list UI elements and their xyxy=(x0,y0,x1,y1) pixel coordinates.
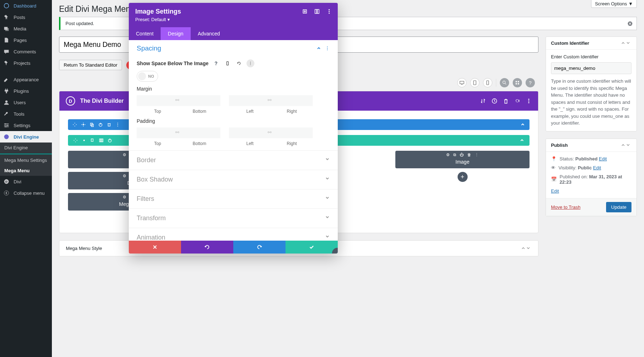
padding-top-input[interactable] xyxy=(137,127,179,138)
gear-icon[interactable] xyxy=(514,98,520,104)
margin-left-input[interactable] xyxy=(229,95,271,106)
tab-design[interactable]: Design xyxy=(161,27,191,40)
edit-status-link[interactable]: Edit xyxy=(599,156,607,161)
trash-icon[interactable] xyxy=(503,98,509,104)
gear-icon[interactable]: ⚙ xyxy=(123,174,126,178)
add-module-button[interactable]: + xyxy=(458,172,468,182)
menu-media[interactable]: Media xyxy=(0,23,52,34)
dismiss-notice-icon[interactable] xyxy=(626,20,634,27)
power-icon[interactable] xyxy=(98,122,103,127)
edit-date-link[interactable]: Edit xyxy=(551,188,559,194)
move-icon[interactable] xyxy=(72,122,77,127)
menu-divi[interactable]: DDivi xyxy=(0,176,52,187)
padding-bottom-input[interactable] xyxy=(179,127,220,138)
chevron-up-icon[interactable] xyxy=(316,46,321,51)
preset-dropdown[interactable]: Preset: Default ▾ xyxy=(135,17,331,22)
submenu-mega-settings[interactable]: Mega Menu Settings xyxy=(0,155,52,165)
menu-plugins[interactable]: Plugins xyxy=(0,85,52,97)
tab-content[interactable]: Content xyxy=(129,27,161,40)
menu-appearance[interactable]: Appearance xyxy=(0,74,52,85)
more-icon[interactable] xyxy=(526,98,532,104)
status-label: Status: xyxy=(560,156,575,161)
more-icon[interactable] xyxy=(247,59,254,67)
identifier-input[interactable] xyxy=(551,62,631,74)
filters-section[interactable]: Filters xyxy=(129,189,338,208)
submenu-mega-menu[interactable]: Mega Menu xyxy=(0,165,52,176)
clock-icon[interactable] xyxy=(492,98,497,104)
submenu-divi-engine[interactable]: Divi Engine xyxy=(0,143,52,153)
update-button[interactable]: Update xyxy=(606,202,631,212)
gear-icon[interactable] xyxy=(82,138,87,143)
menu-posts[interactable]: Posts xyxy=(0,11,52,23)
margin-bottom-input[interactable] xyxy=(179,95,220,106)
show-space-toggle[interactable]: NO xyxy=(137,71,158,82)
save-button[interactable] xyxy=(286,241,338,254)
return-editor-button[interactable]: Return To Standard Editor xyxy=(59,60,122,70)
gear-icon[interactable] xyxy=(81,122,86,127)
spacing-section-title[interactable]: Spacing xyxy=(137,44,161,52)
power-icon[interactable]: ⏻ xyxy=(460,153,464,157)
module-image[interactable]: ⚙⧉⏻🗑⋮ Image xyxy=(395,151,530,168)
menu-pages[interactable]: Pages xyxy=(0,34,52,46)
panel-toggle-icon[interactable] xyxy=(621,143,631,148)
copy-icon[interactable]: ⧉ xyxy=(453,153,456,157)
more-icon[interactable] xyxy=(326,9,332,14)
move-to-trash-link[interactable]: Move to Trash xyxy=(551,204,580,210)
panel-toggle-icon[interactable] xyxy=(621,40,631,46)
box-shadow-section[interactable]: Box Shadow xyxy=(129,170,338,189)
zoom-icon[interactable] xyxy=(500,78,509,87)
more-icon[interactable]: ⋮ xyxy=(475,153,479,157)
trash-icon[interactable] xyxy=(107,122,112,127)
menu-projects[interactable]: Projects xyxy=(0,57,52,69)
power-icon[interactable] xyxy=(107,138,112,143)
menu-comments[interactable]: Comments xyxy=(0,46,52,57)
collapse-section-icon[interactable] xyxy=(520,122,525,127)
columns-icon[interactable] xyxy=(99,138,104,143)
collapse-row-icon[interactable] xyxy=(519,138,525,143)
undo-button[interactable] xyxy=(181,241,233,254)
link-icon[interactable]: ⚯ xyxy=(268,130,272,135)
gear-icon[interactable]: ⚙ xyxy=(123,153,126,157)
reset-icon[interactable] xyxy=(235,59,243,67)
link-icon[interactable]: ⚯ xyxy=(175,97,179,103)
margin-right-input[interactable] xyxy=(271,95,313,106)
phone-view-icon[interactable] xyxy=(483,78,492,87)
menu-tools[interactable]: Tools xyxy=(0,108,52,120)
menu-settings[interactable]: Settings xyxy=(0,120,52,131)
sort-icon[interactable] xyxy=(480,98,486,104)
copy-icon[interactable] xyxy=(89,122,94,127)
trash-icon[interactable]: 🗑 xyxy=(467,153,471,157)
padding-right-input[interactable] xyxy=(271,127,313,138)
move-icon[interactable] xyxy=(73,138,78,143)
menu-divi-engine[interactable]: Divi Engine xyxy=(0,131,52,143)
close-button[interactable] xyxy=(129,241,181,254)
help-icon[interactable]: ? xyxy=(212,59,220,67)
expand-icon[interactable] xyxy=(302,9,308,14)
transform-section[interactable]: Transform xyxy=(129,208,338,228)
desktop-view-icon[interactable] xyxy=(457,78,467,87)
collapse-menu[interactable]: Collapse menu xyxy=(0,187,52,199)
menu-dashboard[interactable]: Dashboard xyxy=(0,0,52,11)
more-icon[interactable] xyxy=(325,46,330,51)
more-icon[interactable] xyxy=(115,122,120,127)
border-section[interactable]: Border xyxy=(129,150,338,170)
gear-icon[interactable]: ⚙ xyxy=(123,195,126,199)
snap-icon[interactable] xyxy=(314,9,320,14)
gear-icon[interactable]: ⚙ xyxy=(446,153,450,157)
grid-icon[interactable] xyxy=(513,78,522,87)
margin-top-input[interactable] xyxy=(137,95,179,106)
link-icon[interactable]: ⚯ xyxy=(175,130,179,135)
menu-users[interactable]: Users xyxy=(0,97,52,108)
identifier-label: Enter Custom Identifier xyxy=(551,54,631,59)
copy-icon[interactable] xyxy=(90,138,95,143)
screen-options-button[interactable]: Screen Options ▼ xyxy=(591,0,637,8)
padding-left-input[interactable] xyxy=(229,127,271,138)
edit-visibility-link[interactable]: Edit xyxy=(593,165,601,170)
tab-advanced[interactable]: Advanced xyxy=(191,27,227,40)
phone-icon[interactable] xyxy=(224,59,231,67)
animation-section[interactable]: Animation xyxy=(129,228,338,241)
tablet-view-icon[interactable] xyxy=(470,78,479,87)
help-toolbar-icon[interactable]: ? xyxy=(526,78,535,87)
redo-button[interactable] xyxy=(233,241,286,254)
link-icon[interactable]: ⚯ xyxy=(268,97,272,103)
